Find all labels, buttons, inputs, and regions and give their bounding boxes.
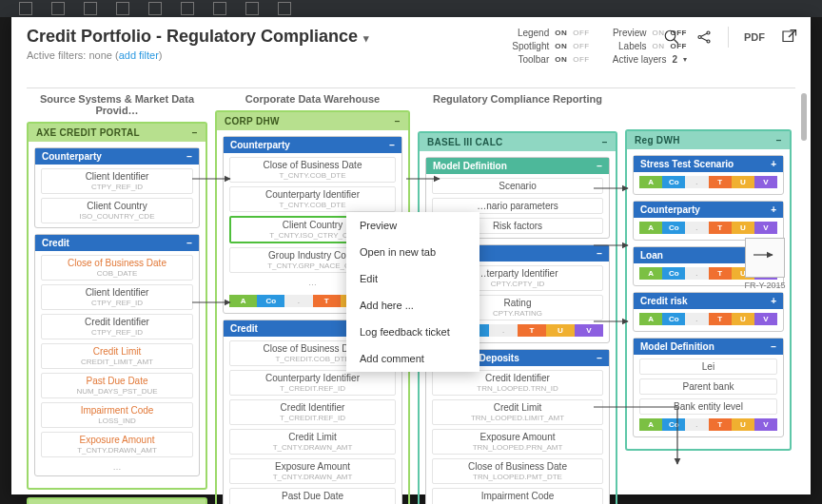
sys-regdwh[interactable]: Reg DWH− Stress Test Scenario+ ACo.TUV C… bbox=[625, 129, 792, 451]
svg-line-1 bbox=[674, 39, 678, 44]
svg-point-2 bbox=[698, 36, 701, 39]
ent-reg-cpty[interactable]: Counterparty+ ACo.TUV bbox=[633, 201, 784, 241]
svg-point-4 bbox=[707, 40, 710, 43]
context-menu[interactable]: Preview Open in new tab Edit Add here ..… bbox=[346, 212, 480, 372]
svg-line-5 bbox=[701, 33, 707, 36]
share-icon[interactable] bbox=[695, 29, 713, 46]
ctx-addhere[interactable]: Add here ... bbox=[346, 292, 480, 319]
sys-ext[interactable]: EXTERNAL PROVIDERS− External Rating− Rat… bbox=[27, 497, 207, 504]
sys-axe[interactable]: AXE CREDIT PORTAL− Counterparty− Client … bbox=[27, 122, 207, 490]
toolbar: PDF bbox=[663, 27, 797, 48]
ent-stress[interactable]: Stress Test Scenario+ ACo.TUV bbox=[633, 155, 784, 195]
svg-point-0 bbox=[665, 30, 675, 41]
ctx-addcomment[interactable]: Add comment bbox=[346, 345, 480, 372]
svg-line-6 bbox=[701, 38, 707, 41]
popout-icon[interactable] bbox=[780, 29, 797, 46]
ent-crisk[interactable]: Credit risk+ ACo.TUV bbox=[633, 292, 784, 332]
ctx-opentab[interactable]: Open in new tab bbox=[346, 239, 480, 265]
col-reg-right: Reg DWH− Stress Test Scenario+ ACo.TUV C… bbox=[625, 89, 792, 504]
view-toggles: Legend ON OFF Spotlight ON OFF Toolbar O… bbox=[512, 27, 687, 67]
export-pdf[interactable]: PDF bbox=[744, 31, 765, 43]
scrollbar[interactable] bbox=[801, 93, 807, 141]
svg-point-3 bbox=[707, 31, 710, 34]
col-source-systems: Source Systems & Market Data Provid… AXE… bbox=[27, 89, 207, 504]
ent-loandep[interactable]: Loan And Deposits− Credit IdentifierTRN_… bbox=[425, 349, 610, 504]
ent-axe-credit[interactable]: Credit− Close of Business DateCOB_DATE C… bbox=[34, 234, 200, 476]
app-topbar bbox=[0, 0, 822, 17]
ctx-preview[interactable]: Preview bbox=[346, 212, 480, 239]
ent-axe-cpty[interactable]: Counterparty− Client IdentifierCTPY_REF_… bbox=[34, 147, 200, 228]
ctx-edit[interactable]: Edit bbox=[346, 265, 480, 292]
ctx-logfb[interactable]: Log feedback ticket bbox=[346, 319, 480, 345]
diagram-sheet: Credit Portfolio - Regulatory Compliance… bbox=[11, 17, 811, 494]
ent-reg-model[interactable]: Model Definition− Lei Parent bank Bank e… bbox=[633, 338, 784, 437]
add-filter-link[interactable]: add filter bbox=[119, 49, 159, 61]
search-icon[interactable] bbox=[663, 29, 680, 46]
doc-node[interactable]: FR-Y-2015 bbox=[744, 238, 786, 290]
